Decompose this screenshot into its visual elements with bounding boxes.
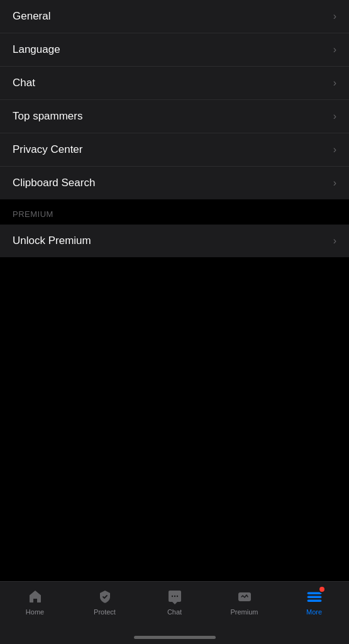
chevron-icon-top-spammers: › — [333, 111, 336, 122]
settings-item-top-spammers-label: Top spammers — [13, 110, 82, 123]
svg-rect-5 — [307, 596, 321, 598]
tab-bar: Home Protect Chat — [0, 581, 349, 644]
chevron-icon-chat: › — [333, 77, 336, 89]
chevron-icon-clipboard-search: › — [333, 177, 336, 189]
settings-item-language-label: Language — [13, 43, 60, 56]
chevron-icon-privacy-center: › — [333, 144, 336, 155]
tab-chat-label: Chat — [167, 608, 182, 616]
tab-protect[interactable]: Protect — [80, 588, 130, 616]
settings-item-clipboard-search[interactable]: Clipboard Search › — [0, 167, 349, 199]
svg-point-0 — [171, 596, 172, 597]
settings-item-chat-label: Chat — [13, 77, 35, 89]
svg-rect-4 — [307, 592, 321, 594]
tab-premium[interactable]: Premium — [219, 588, 270, 616]
settings-item-unlock-premium-label: Unlock Premium — [13, 235, 91, 247]
tab-protect-label: Protect — [94, 608, 116, 616]
tab-chat[interactable]: Chat — [150, 588, 200, 616]
chevron-icon-unlock-premium: › — [333, 235, 336, 247]
settings-item-privacy-center[interactable]: Privacy Center › — [0, 133, 349, 167]
notification-badge — [318, 586, 326, 593]
more-icon — [306, 588, 323, 606]
tab-home-label: Home — [26, 608, 44, 616]
premium-section-label: PREMIUM — [13, 209, 53, 219]
settings-item-general[interactable]: General › — [0, 0, 349, 33]
chat-icon — [166, 588, 184, 606]
tab-premium-label: Premium — [230, 608, 258, 616]
svg-point-2 — [176, 596, 177, 597]
premium-section-header: PREMIUM — [0, 199, 349, 225]
protect-icon — [96, 588, 114, 606]
tab-more[interactable]: More — [289, 588, 340, 616]
chevron-icon-general: › — [333, 11, 336, 22]
tab-more-label: More — [306, 608, 322, 616]
settings-item-top-spammers[interactable]: Top spammers › — [0, 100, 349, 133]
tab-home[interactable]: Home — [10, 588, 60, 616]
chevron-icon-language: › — [333, 44, 336, 55]
settings-item-unlock-premium[interactable]: Unlock Premium › — [0, 225, 349, 257]
svg-rect-6 — [307, 600, 321, 602]
home-icon — [26, 588, 44, 606]
settings-item-chat[interactable]: Chat › — [0, 67, 349, 100]
settings-item-language[interactable]: Language › — [0, 33, 349, 67]
svg-point-1 — [174, 596, 175, 597]
settings-item-clipboard-search-label: Clipboard Search — [13, 177, 95, 189]
settings-list-section1: General › Language › Chat › Top spammers… — [0, 0, 349, 199]
settings-item-general-label: General — [13, 10, 50, 23]
settings-item-privacy-center-label: Privacy Center — [13, 143, 82, 156]
premium-icon — [236, 588, 253, 606]
settings-list-section2: Unlock Premium › — [0, 225, 349, 257]
home-indicator — [134, 636, 216, 639]
